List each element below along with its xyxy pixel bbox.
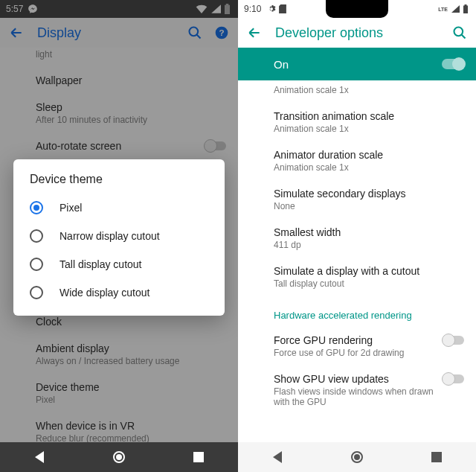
list-item-transition-scale[interactable]: Transition animation scale Animation sca… [238, 103, 476, 141]
radio-option-tall[interactable]: Tall display cutout [13, 250, 225, 278]
nav-recents-button[interactable] [192, 450, 205, 464]
radio-icon [30, 229, 43, 243]
section-header-hw-rendering: Hardware accelerated rendering [238, 296, 476, 327]
list-item-gpu-view-updates[interactable]: Show GPU view updates Flash views inside… [238, 366, 476, 415]
back-button[interactable] [247, 25, 262, 40]
toggle-switch[interactable] [443, 374, 464, 383]
radio-option-pixel[interactable]: Pixel [13, 194, 225, 222]
settings-list: Animation scale 1x Transition animation … [238, 80, 476, 442]
status-time: 9:10 [244, 4, 261, 14]
battery-icon [463, 4, 469, 13]
list-item-secondary-displays[interactable]: Simulate secondary displays None [238, 180, 476, 219]
radio-option-wide[interactable]: Wide display cutout [13, 278, 225, 307]
device-theme-dialog: Device theme Pixel Narrow display cutout… [13, 159, 225, 316]
phone-right-developer-options: 9:10 LTE Developer options On Animation [238, 0, 476, 472]
dialog-title: Device theme [13, 173, 225, 194]
list-item[interactable]: Animation scale 1x [238, 80, 476, 103]
master-toggle-bar[interactable]: On [238, 48, 476, 80]
svg-point-3 [454, 28, 463, 36]
nav-home-button[interactable] [350, 450, 364, 464]
nav-recents-button[interactable] [430, 450, 443, 464]
search-icon[interactable] [452, 25, 467, 40]
list-item-smallest-width[interactable]: Smallest width 411 dp [238, 219, 476, 258]
list-item-animator-scale[interactable]: Animator duration scale Animation scale … [238, 141, 476, 180]
nav-back-button[interactable] [33, 450, 46, 464]
list-item-display-cutout[interactable]: Simulate a display with a cutout Tall di… [238, 258, 476, 296]
signal-icon [451, 5, 460, 13]
app-bar: Developer options [238, 18, 476, 48]
navigation-bar [0, 442, 238, 472]
radio-icon [30, 258, 43, 271]
radio-icon [30, 201, 43, 214]
gear-icon [267, 4, 276, 13]
master-toggle-label: On [274, 58, 289, 71]
toggle-switch[interactable] [442, 59, 464, 69]
list-item-force-gpu[interactable]: Force GPU rendering Force use of GPU for… [238, 327, 476, 366]
sd-card-icon [279, 4, 286, 13]
display-cutout [326, 0, 388, 18]
lte-label: LTE [438, 7, 448, 12]
toggle-switch[interactable] [443, 336, 464, 345]
phone-left-display-settings: 5:57 Display ? light Wallpaper [0, 0, 238, 472]
page-title: Developer options [275, 25, 452, 41]
nav-back-button[interactable] [271, 450, 284, 464]
radio-option-narrow[interactable]: Narrow display cutout [13, 222, 225, 250]
nav-home-button[interactable] [112, 450, 126, 464]
navigation-bar [238, 442, 476, 472]
radio-icon [30, 286, 43, 299]
